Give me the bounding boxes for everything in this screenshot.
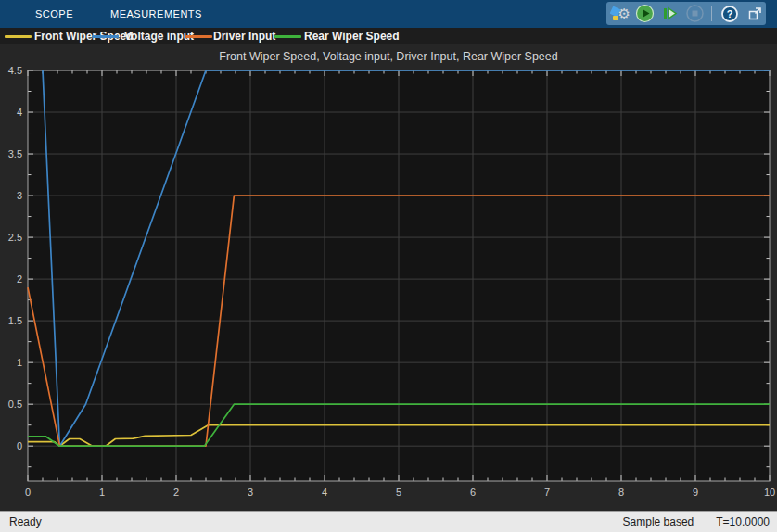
dock-icon [746, 5, 764, 22]
svg-text:3: 3 [17, 190, 22, 201]
step-forward-button[interactable] [659, 4, 681, 24]
svg-text:9: 9 [693, 487, 698, 498]
stop-button [683, 4, 706, 24]
toolbar-divider [711, 6, 712, 21]
svg-text:4: 4 [17, 107, 22, 118]
svg-text:3: 3 [248, 487, 253, 498]
svg-text:1: 1 [99, 487, 105, 498]
legend-bar: Front Wiper SpeedVoltage inputDriver Inp… [0, 28, 777, 44]
status-ready: Ready [9, 512, 42, 532]
legend-label: Rear Wiper Speed [304, 29, 400, 44]
scope-plot-canvas[interactable]: 01234567891000.511.522.533.544.5 [0, 44, 777, 511]
legend-swatch [274, 35, 301, 38]
plot-panel: Front Wiper Speed, Voltage input, Driver… [0, 44, 777, 511]
svg-text:0: 0 [17, 440, 22, 451]
status-bar: Ready Sample based T=10.0000 [0, 511, 777, 532]
svg-text:0: 0 [25, 487, 31, 498]
scope-window: SCOPE MEASUREMENTS ⚙ [0, 0, 777, 532]
toolbar-panel: ⚙ [606, 2, 766, 25]
tab-scope[interactable]: SCOPE [35, 0, 73, 28]
svg-text:1.5: 1.5 [8, 315, 22, 326]
step-forward-icon [660, 4, 680, 23]
status-sim-time: T=10.0000 [716, 512, 770, 532]
play-icon [635, 4, 655, 23]
svg-text:?: ? [727, 8, 733, 19]
legend-label: Voltage input [124, 29, 194, 44]
svg-text:0.5: 0.5 [8, 399, 22, 410]
svg-text:2: 2 [17, 273, 22, 285]
legend-swatch [5, 35, 32, 38]
svg-text:10: 10 [764, 487, 775, 498]
stop-icon [685, 4, 705, 23]
svg-text:2.5: 2.5 [8, 232, 22, 243]
legend-swatch [92, 35, 119, 38]
svg-text:6: 6 [470, 487, 476, 498]
svg-text:3.5: 3.5 [8, 148, 22, 159]
help-icon: ? [720, 5, 739, 23]
settings-icon[interactable]: ⚙ [609, 4, 631, 24]
help-button[interactable]: ? [719, 4, 741, 24]
run-button[interactable] [634, 4, 656, 24]
dock-button[interactable] [744, 4, 766, 24]
svg-text:2: 2 [173, 487, 179, 498]
svg-text:5: 5 [396, 487, 401, 498]
svg-text:8: 8 [618, 487, 624, 498]
legend-label: Driver Input [213, 29, 275, 44]
status-sample-mode: Sample based [623, 512, 694, 532]
tab-bar: SCOPE MEASUREMENTS ⚙ [0, 0, 777, 28]
svg-text:1: 1 [17, 357, 22, 368]
gear-icon: ⚙ [618, 5, 630, 23]
tab-measurements[interactable]: MEASUREMENTS [110, 0, 202, 28]
legend-swatch [185, 35, 212, 38]
svg-text:4.5: 4.5 [8, 65, 22, 76]
svg-text:7: 7 [544, 487, 550, 498]
svg-text:4: 4 [322, 487, 327, 498]
